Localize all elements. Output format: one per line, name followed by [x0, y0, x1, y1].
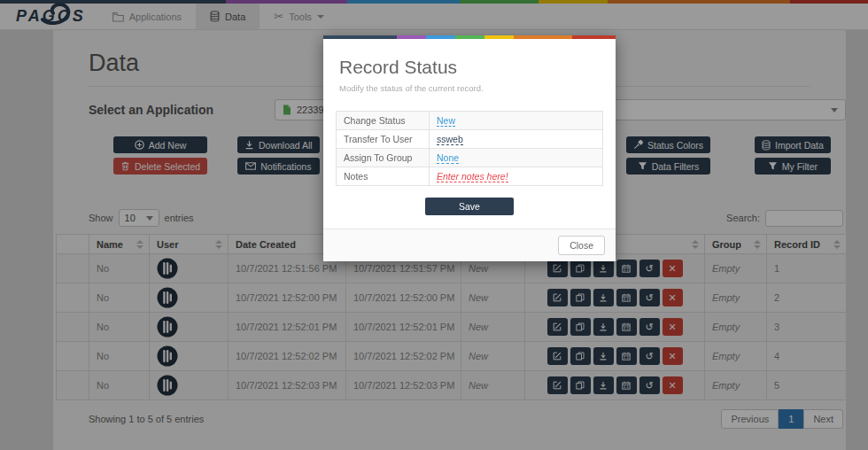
form-row: Transfer To User ssweb	[337, 130, 603, 149]
modal-footer: Close	[323, 229, 616, 261]
record-status-modal: Record Status Modify the status of the c…	[323, 35, 616, 261]
modal-subtitle: Modify the status of the current record.	[339, 83, 600, 93]
change-status-value[interactable]: New	[437, 115, 455, 127]
record-status-form: Change Status New Transfer To User ssweb…	[336, 111, 603, 186]
assign-to-group-label: Assign To Group	[337, 149, 430, 167]
modal-header: Record Status Modify the status of the c…	[323, 39, 616, 104]
notes-label: Notes	[337, 167, 430, 186]
notes-value[interactable]: Enter notes here!	[437, 171, 508, 182]
change-status-label: Change Status	[337, 112, 430, 130]
form-row: Assign To Group None	[337, 149, 603, 167]
save-button[interactable]: Save	[425, 198, 514, 215]
form-row: Change Status New	[337, 112, 603, 130]
transfer-to-user-label: Transfer To User	[337, 130, 430, 149]
assign-to-group-value[interactable]: None	[437, 152, 459, 164]
form-row: Notes Enter notes here!	[337, 167, 603, 186]
modal-title: Record Status	[339, 57, 600, 78]
close-button[interactable]: Close	[558, 236, 605, 255]
transfer-to-user-value[interactable]: ssweb	[437, 134, 463, 145]
modal-body: Change Status New Transfer To User ssweb…	[323, 104, 616, 215]
